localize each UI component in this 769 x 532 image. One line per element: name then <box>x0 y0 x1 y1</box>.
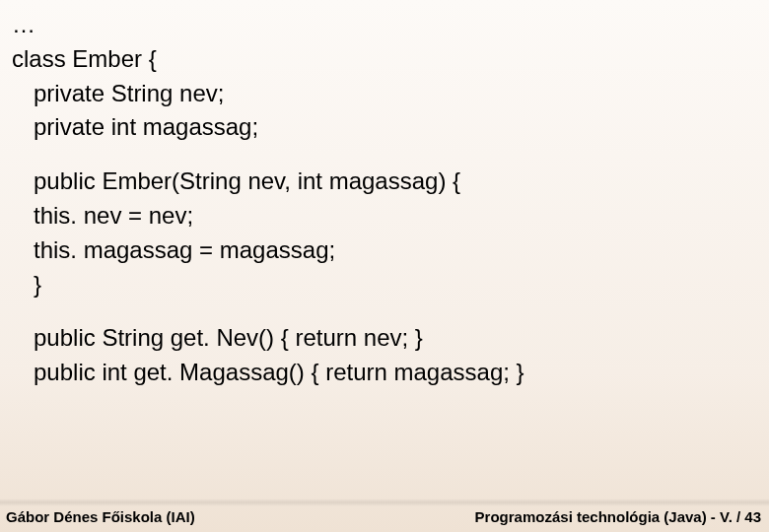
code-line: private int magassag; <box>12 110 757 145</box>
code-line: this. magassag = magassag; <box>12 233 757 268</box>
blank-line <box>12 145 757 165</box>
code-line: class Ember { <box>12 42 757 77</box>
code-line: public Ember(String nev, int magassag) { <box>12 165 757 199</box>
code-line: … <box>12 8 757 42</box>
code-line: } <box>12 268 757 302</box>
code-line: this. nev = nev; <box>12 199 757 233</box>
code-block: … class Ember { private String nev; priv… <box>0 0 769 390</box>
code-line: private String nev; <box>12 77 757 111</box>
code-line: public String get. Nev() { return nev; } <box>12 321 757 356</box>
slide-footer: Gábor Dénes Főiskola (IAI) Programozási … <box>0 504 769 532</box>
footer-left: Gábor Dénes Főiskola (IAI) <box>6 508 195 525</box>
code-line: public int get. Magassag() { return maga… <box>12 356 757 390</box>
footer-right: Programozási technológia (Java) - V. / 4… <box>475 508 761 525</box>
blank-line <box>12 301 757 321</box>
